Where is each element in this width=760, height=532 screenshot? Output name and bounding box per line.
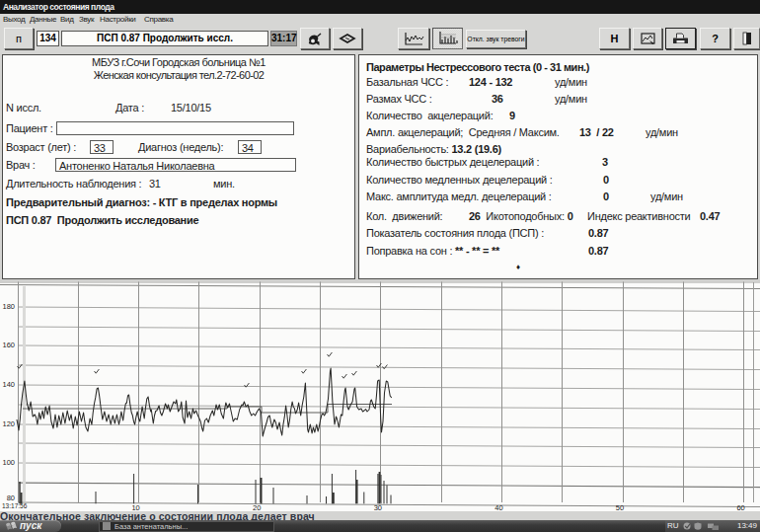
svg-text:160: 160: [2, 341, 15, 349]
svg-text:180: 180: [2, 302, 15, 311]
svg-text:140: 140: [2, 380, 15, 389]
svg-text:13:17:56: 13:17:56: [2, 502, 28, 509]
svg-text:120: 120: [2, 419, 15, 428]
svg-text:100: 100: [2, 458, 15, 467]
svg-text:80: 80: [7, 494, 15, 502]
